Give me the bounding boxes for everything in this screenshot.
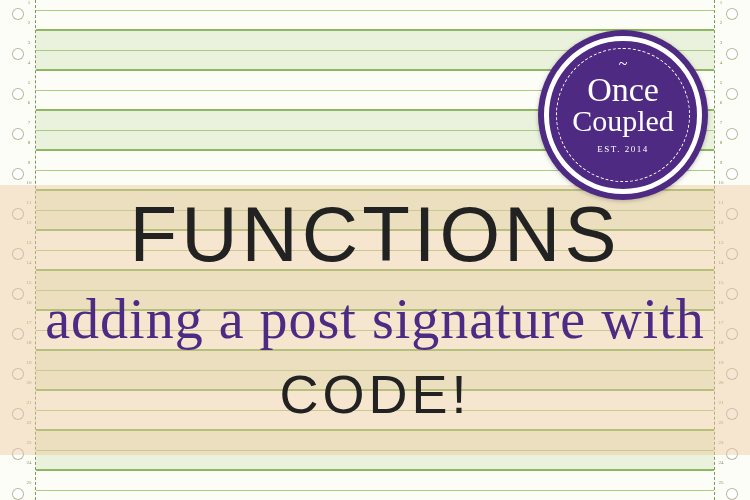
row-number: 6: [716, 100, 726, 105]
row-number: 9: [24, 160, 34, 165]
row-number: 1: [716, 0, 726, 5]
sprocket-hole-icon: [726, 488, 738, 500]
sprocket-hole-icon: [726, 128, 738, 140]
badge-brand-line2: Coupled: [572, 107, 674, 134]
paper-band: [36, 470, 714, 500]
title-line-2: adding a post signature with: [0, 291, 750, 347]
row-number: 6: [24, 100, 34, 105]
row-number: 25: [24, 480, 34, 485]
sprocket-hole-icon: [726, 88, 738, 100]
paper-band: [36, 0, 714, 30]
row-number: 25: [716, 480, 726, 485]
row-number: 8: [716, 140, 726, 145]
row-number: 24: [24, 460, 34, 465]
row-number: 3: [716, 40, 726, 45]
row-number: 8: [24, 140, 34, 145]
badge-brand-line1: Once: [587, 76, 659, 105]
sprocket-hole-icon: [12, 8, 24, 20]
flourish-icon: ~: [619, 55, 628, 73]
title-block: FUNCTIONS adding a post signature with C…: [0, 195, 750, 421]
row-number: 4: [24, 60, 34, 65]
row-number: 3: [24, 40, 34, 45]
sprocket-hole-icon: [726, 48, 738, 60]
row-number: 9: [716, 160, 726, 165]
row-number: 5: [24, 80, 34, 85]
sprocket-hole-icon: [12, 488, 24, 500]
brand-badge: ~ Once Coupled EST. 2014: [538, 30, 708, 200]
row-number: 1: [24, 0, 34, 5]
sprocket-hole-icon: [726, 8, 738, 20]
badge-content: ~ Once Coupled EST. 2014: [556, 48, 690, 182]
paper-rule: [36, 490, 714, 491]
row-number: 2: [24, 20, 34, 25]
sprocket-hole-icon: [12, 128, 24, 140]
sprocket-hole-icon: [12, 168, 24, 180]
row-number: 7: [24, 120, 34, 125]
row-number: 2: [716, 20, 726, 25]
paper-rule: [36, 10, 714, 11]
sprocket-hole-icon: [12, 48, 24, 60]
row-number: 24: [716, 460, 726, 465]
row-number: 7: [716, 120, 726, 125]
sprocket-hole-icon: [12, 88, 24, 100]
title-line-1: FUNCTIONS: [0, 195, 750, 273]
row-number: 4: [716, 60, 726, 65]
sprocket-hole-icon: [726, 168, 738, 180]
badge-established: EST. 2014: [597, 144, 648, 154]
row-number: 5: [716, 80, 726, 85]
title-line-3: CODE!: [0, 367, 750, 421]
